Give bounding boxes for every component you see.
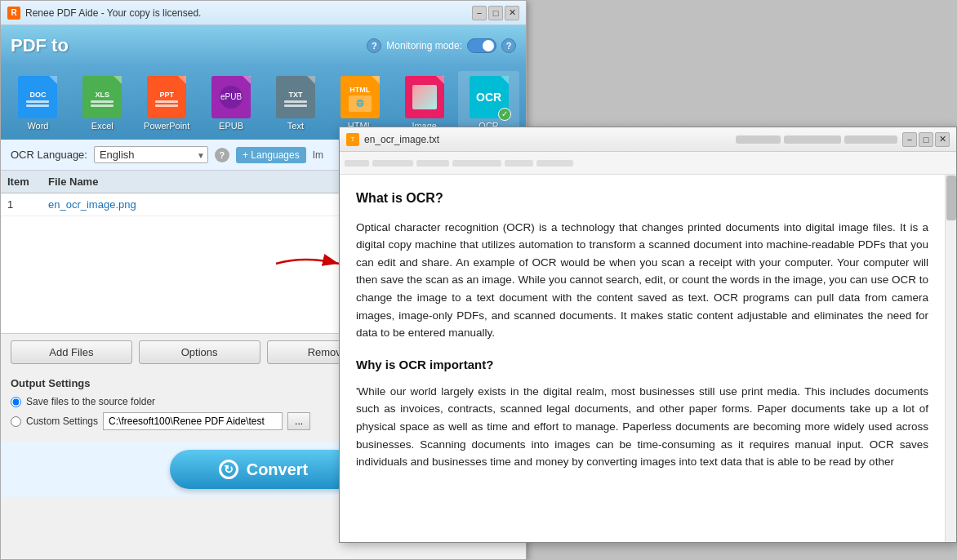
- monitoring-mode-section: ? Monitoring mode: ?: [367, 38, 516, 53]
- ppt-file-icon: PPT: [147, 76, 186, 118]
- format-powerpoint[interactable]: PPT PowerPoint: [136, 71, 198, 135]
- text-toolbar: [340, 152, 956, 175]
- browse-button[interactable]: ...: [287, 412, 310, 430]
- custom-settings-label: Custom Settings: [26, 416, 98, 427]
- add-languages-button[interactable]: + Languages: [236, 147, 306, 163]
- toggle-knob: [483, 40, 494, 51]
- blob-3: [844, 136, 897, 144]
- col-filename: File Name: [48, 176, 372, 188]
- epub-label: EPUB: [219, 121, 243, 131]
- toolbar-blob-6: [536, 160, 573, 167]
- format-word[interactable]: DOC Word: [7, 71, 69, 135]
- ocr-check-badge: ✓: [498, 108, 511, 121]
- language-select[interactable]: English: [94, 146, 208, 163]
- custom-settings-radio[interactable]: [11, 416, 21, 427]
- convert-label: Convert: [247, 460, 309, 479]
- monitoring-info-icon[interactable]: ?: [501, 38, 516, 53]
- ocr-file-icon: OCR ✓: [470, 76, 509, 118]
- pdf-to-title: PDF to: [11, 35, 69, 56]
- txt-file-icon: TXT: [276, 76, 315, 118]
- blob-2: [784, 136, 841, 144]
- toolbar-blob-4: [452, 160, 501, 167]
- format-excel[interactable]: XLS Excel: [72, 71, 133, 135]
- excel-file-icon: XLS: [82, 76, 122, 118]
- convert-icon: ↻: [219, 460, 238, 479]
- word-label: Word: [27, 121, 48, 131]
- app-title: Renee PDF Aide - Your copy is licensed.: [25, 7, 472, 19]
- cell-name-1: en_ocr_image.png: [48, 198, 372, 211]
- scrollbar-thumb[interactable]: [946, 176, 956, 220]
- convert-button[interactable]: ↻ Convert: [170, 450, 358, 489]
- img-file-icon: [405, 76, 444, 118]
- close-button[interactable]: ✕: [505, 6, 519, 20]
- txt-file-icon: T: [346, 133, 359, 146]
- title-bar-blobs: [736, 136, 897, 144]
- toolbar-blob-2: [372, 160, 413, 167]
- col-item: Item: [7, 176, 48, 188]
- text-window-controls: − □ ✕: [902, 132, 950, 147]
- pdf-to-header: PDF to ? Monitoring mode: ?: [1, 25, 526, 66]
- text-content-wrapper: What is OCR? Optical character recogniti…: [340, 175, 956, 542]
- cell-item-1: 1: [7, 198, 48, 211]
- html-file-icon: HTML 🌐: [341, 76, 380, 118]
- format-html[interactable]: HTML 🌐 HTML: [329, 71, 390, 135]
- ocr-heading-2: Why is OCR important?: [356, 355, 928, 375]
- toolbar-blob-5: [505, 160, 533, 167]
- im-label: Im: [313, 149, 323, 161]
- minimize-button[interactable]: −: [472, 6, 487, 20]
- toolbar-blob-1: [345, 160, 369, 167]
- window-controls: − □ ✕: [472, 6, 519, 20]
- save-source-radio[interactable]: [11, 397, 21, 407]
- ocr-heading-1: What is OCR?: [356, 188, 928, 209]
- text-maximize-button[interactable]: □: [919, 132, 933, 147]
- ocr-paragraph-2: 'While our world largely exists in the d…: [356, 383, 928, 471]
- options-button[interactable]: Options: [139, 340, 260, 364]
- save-source-label: Save files to the source folder: [26, 396, 155, 407]
- custom-path-input[interactable]: [103, 412, 283, 430]
- format-epub[interactable]: ePUB EPUB: [201, 71, 262, 135]
- word-file-icon: DOC: [18, 76, 57, 118]
- language-help-icon[interactable]: ?: [215, 148, 229, 162]
- text-viewer-window: T en_ocr_image.txt − □ ✕ What is OCR? Op…: [339, 127, 957, 543]
- scrollbar-track[interactable]: [945, 175, 956, 542]
- app-icon: R: [7, 7, 20, 20]
- text-label: Text: [287, 121, 304, 131]
- add-files-button[interactable]: Add Files: [11, 340, 132, 364]
- ocr-paragraph-1: Optical character recognition (OCR) is a…: [356, 219, 928, 342]
- text-minimize-button[interactable]: −: [902, 132, 917, 147]
- maximize-button[interactable]: □: [488, 6, 503, 20]
- ppt-label: PowerPoint: [144, 121, 189, 131]
- format-image[interactable]: Image: [394, 71, 455, 135]
- blob-1: [736, 136, 781, 144]
- monitoring-toggle[interactable]: [467, 38, 496, 53]
- ocr-language-label: OCR Language:: [11, 149, 87, 161]
- text-content-area[interactable]: What is OCR? Optical character recogniti…: [340, 175, 945, 542]
- monitoring-help-icon[interactable]: ?: [367, 38, 381, 53]
- monitoring-label: Monitoring mode:: [386, 40, 462, 51]
- language-select-wrapper: English ▼: [94, 146, 208, 163]
- text-close-button[interactable]: ✕: [935, 132, 950, 147]
- text-viewer-title: en_ocr_image.txt: [364, 134, 731, 145]
- text-viewer-titlebar: T en_ocr_image.txt − □ ✕: [340, 127, 956, 152]
- format-ocr[interactable]: OCR ✓ OCR: [458, 71, 519, 135]
- epub-file-icon: ePUB: [211, 76, 251, 118]
- excel-label: Excel: [91, 121, 114, 131]
- title-bar: R Renee PDF Aide - Your copy is licensed…: [1, 1, 526, 25]
- format-text[interactable]: TXT Text: [265, 71, 327, 135]
- toolbar-blob-3: [416, 160, 449, 167]
